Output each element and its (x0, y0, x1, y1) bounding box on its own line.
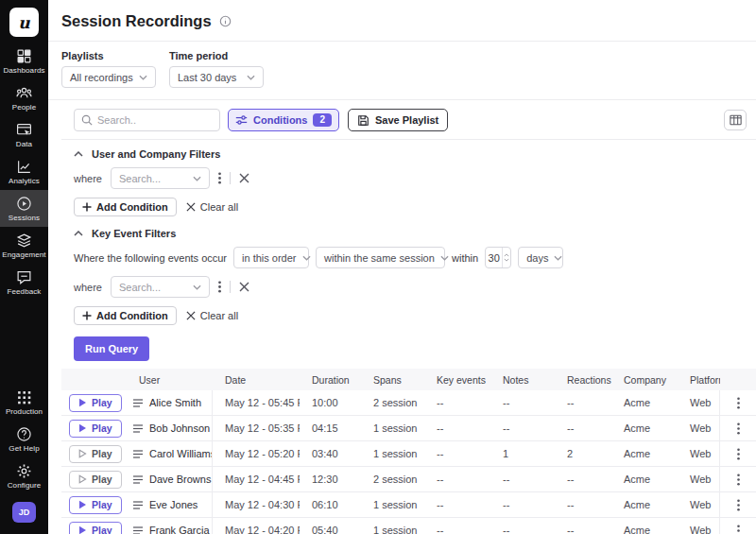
sidebar-item-label: Production (6, 407, 43, 416)
drag-handle-icon[interactable] (132, 424, 144, 433)
query-toolbar: Conditions 2 Save Playlist (61, 109, 756, 131)
sidebar-footer-nav: ProductionGet HelpConfigure (0, 384, 48, 494)
get-help-icon (16, 426, 32, 442)
user-condition-select[interactable]: Search... (111, 167, 210, 189)
event-filters-actions: Add Condition Clear all (61, 306, 756, 325)
recordings-table: User Date Duration Spans Key events Note… (61, 369, 756, 534)
avatar[interactable]: JD (12, 502, 36, 523)
key-events-cell: -- (424, 518, 490, 534)
sidebar-item-label: Feedback (8, 287, 42, 296)
remove-condition-icon[interactable] (239, 173, 249, 183)
user-name: Frank Garcia (149, 525, 210, 534)
drag-handle-icon[interactable] (132, 501, 144, 509)
chevron-down-icon (193, 284, 201, 290)
play-icon (78, 398, 87, 407)
save-playlist-button[interactable]: Save Playlist (348, 109, 448, 131)
play-button[interactable]: Play (69, 522, 122, 534)
search-input[interactable] (97, 114, 213, 126)
column-user: User (127, 374, 213, 386)
company-cell: Acme (611, 390, 678, 415)
event-condition-select[interactable]: Search... (111, 276, 210, 298)
plus-icon (82, 311, 92, 320)
playlists-label: Playlists (61, 50, 156, 61)
sidebar-item-label: People (12, 103, 37, 112)
event-order-select[interactable]: in this order (233, 247, 309, 268)
clear-all-button[interactable]: Clear all (186, 201, 238, 213)
sidebar-item-data[interactable]: Data (0, 116, 48, 153)
play-cell: Play (61, 467, 127, 491)
drag-handle-icon[interactable] (132, 475, 144, 484)
manage-columns-button[interactable] (724, 110, 747, 130)
event-scope-select[interactable]: within the same session (316, 247, 445, 268)
time-period-select[interactable]: Last 30 days (169, 66, 264, 88)
add-condition-label: Add Condition (96, 310, 168, 321)
row-menu-icon[interactable] (720, 390, 756, 415)
event-filters-header[interactable]: Key Event Filters (61, 228, 756, 239)
sidebar-item-label: Sessions (9, 214, 40, 222)
key-events-cell: -- (424, 416, 490, 440)
clear-all-button[interactable]: Clear all (186, 310, 238, 321)
stepper-arrows-icon[interactable] (502, 248, 510, 267)
play-button[interactable]: Play (69, 496, 122, 514)
date-cell: May 12 - 04:20 PM (213, 518, 300, 534)
run-query-button[interactable]: Run Query (74, 336, 149, 361)
table-row: Play Bob Johnson May 12 - 05:35 PM 04:15… (61, 416, 756, 441)
play-button[interactable]: Play (69, 420, 122, 438)
user-filters-header[interactable]: User and Company Filters (61, 148, 756, 160)
notes-cell: -- (490, 416, 555, 440)
people-icon (16, 85, 32, 101)
sidebar-item-get-help[interactable]: Get Help (0, 421, 48, 457)
within-value-stepper[interactable]: 30 (485, 247, 511, 268)
play-button[interactable]: Play (69, 394, 122, 412)
play-button[interactable]: Play (69, 445, 122, 463)
add-condition-button[interactable]: Add Condition (74, 198, 177, 216)
condition-menu-icon[interactable] (218, 281, 221, 293)
sidebar-item-sessions[interactable]: Sessions (0, 190, 48, 227)
play-label: Play (92, 448, 112, 459)
sidebar-item-configure[interactable]: Configure (0, 457, 48, 494)
order-value: in this order (242, 252, 296, 264)
duration-cell: 05:40 (300, 518, 361, 534)
sidebar-item-label: Engagement (2, 250, 45, 259)
sidebar-item-people[interactable]: People (0, 79, 48, 116)
play-cell: Play (61, 441, 127, 466)
duration-cell: 04:15 (300, 416, 361, 440)
sidebar-item-engagement[interactable]: Engagement (0, 227, 48, 264)
key-events-cell: -- (424, 492, 490, 517)
row-menu-icon[interactable] (720, 492, 756, 517)
divider (230, 172, 231, 184)
play-icon (78, 500, 87, 509)
within-unit-select[interactable]: days (518, 247, 563, 268)
row-menu-icon[interactable] (720, 467, 756, 491)
condition-placeholder: Search... (119, 282, 187, 293)
conditions-count-badge: 2 (313, 113, 332, 127)
sidebar-item-dashboards[interactable]: Dashboards (0, 43, 48, 79)
row-menu-icon[interactable] (720, 441, 756, 466)
playlists-select[interactable]: All recordings (61, 66, 156, 88)
toolbar-divider (61, 139, 756, 140)
play-button[interactable]: Play (69, 471, 122, 489)
chevron-down-icon (247, 75, 255, 80)
row-menu-icon[interactable] (720, 518, 756, 534)
sidebar-item-production[interactable]: Production (0, 384, 48, 421)
add-condition-button[interactable]: Add Condition (74, 306, 177, 325)
condition-menu-icon[interactable] (218, 172, 221, 184)
play-label: Play (92, 474, 112, 485)
drag-handle-icon[interactable] (132, 399, 144, 407)
spans-cell: 1 session (361, 416, 424, 440)
date-cell: May 12 - 04:30 PM (213, 492, 300, 517)
remove-condition-icon[interactable] (239, 282, 249, 292)
row-menu-icon[interactable] (720, 416, 756, 440)
conditions-button[interactable]: Conditions 2 (228, 109, 339, 131)
userpilot-logo[interactable]: u (9, 8, 39, 37)
user-cell: Dave Browns (127, 467, 213, 491)
page-title: Session Recordings (61, 12, 212, 30)
close-icon (186, 202, 196, 212)
drag-handle-icon[interactable] (132, 526, 144, 534)
drag-handle-icon[interactable] (132, 450, 144, 458)
sidebar-item-feedback[interactable]: Feedback (0, 264, 48, 301)
sidebar-item-analytics[interactable]: Analytics (0, 153, 48, 190)
reactions-cell: -- (555, 467, 611, 491)
info-icon[interactable] (219, 15, 232, 27)
sidebar-nav: DashboardsPeopleDataAnalyticsSessionsEng… (0, 43, 48, 301)
